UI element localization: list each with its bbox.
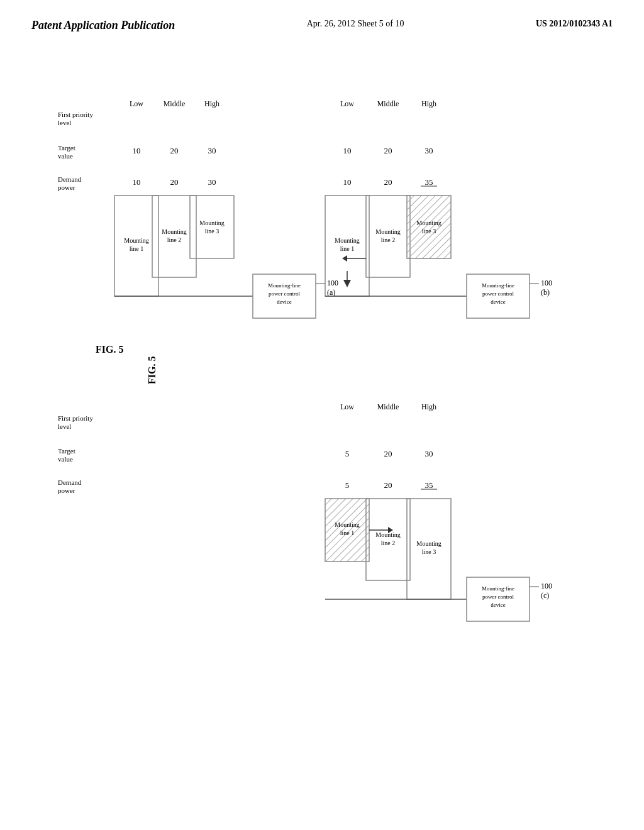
a-dp-mid: 20 [170,177,179,187]
page-header: Patent Application Publication Apr. 26, … [0,0,644,38]
b-col-high: High [421,99,436,108]
c-dp-mid: 20 [384,480,392,490]
c-device-label2: power control [482,594,514,600]
diagram-svg: FIG. 5 First priority level Target value… [39,51,605,774]
b-line3-label: Mounting [416,219,441,226]
b-device-label1: Mounting-line [482,282,514,289]
main-content: FIG. 5 First priority level Target value… [0,38,644,787]
b-label-b: (b) [541,288,550,297]
b-line2-label: Mounting [375,228,400,235]
b-device-label3: device [491,299,505,305]
fig5-diagram: FIG. 5 First priority level Target value… [39,51,605,774]
c-line1-label2: line 1 [340,529,355,536]
c-row-label-priority2: level [58,423,71,430]
c-arrow-tip [388,527,393,533]
patent-number: US 2012/0102343 A1 [536,19,613,29]
a-line3-box [190,196,234,258]
c-tv-mid: 20 [384,449,392,458]
c-line1-label: Mounting [335,521,359,528]
c-line1-box-hatched [325,499,369,562]
b-device-label2: power control [482,290,514,297]
b-line3-label2: line 3 [422,228,436,235]
c-dp-low: 5 [345,480,350,490]
a-device-num: 100 [327,279,338,287]
c-col-low: Low [340,402,354,411]
c-device-box [467,577,530,621]
a-line1-box [114,196,158,296]
a-col-low: Low [130,99,143,108]
a-dp-high: 30 [208,177,216,187]
b-tv-mid: 20 [384,146,392,155]
a-line1-label: Mounting [124,237,148,244]
row-label-demand: Demand [58,175,82,183]
a-dp-low: 10 [133,177,141,187]
c-row-label-target: Target [58,447,75,455]
a-col-high: High [204,99,219,108]
a-line3-label2: line 3 [205,228,219,235]
a-col-middle: Middle [164,99,186,108]
a-line2-label2: line 2 [167,236,182,243]
c-line3-box [407,499,451,599]
row-label-target2: value [58,152,73,160]
b-device-num: 100 [541,279,552,287]
c-row-label-demand2: power [58,487,75,494]
c-row-label-priority: First priority [58,414,93,422]
c-device-num: 100 [541,582,552,590]
a-tv-low: 10 [133,146,141,155]
c-label-c: (c) [541,591,549,600]
c-device-label1: Mounting-line [482,585,514,592]
b-line1-label: Mounting [335,237,359,244]
c-line2-label2: line 2 [381,540,396,546]
a-line3-label: Mounting [199,219,224,226]
publication-title: Patent Application Publication [31,19,175,32]
c-col-high: High [421,402,436,411]
row-label-target: Target [58,144,75,152]
b-line2-label2: line 2 [381,236,396,243]
b-line3-box-hatched [407,196,451,258]
a-tv-high: 30 [208,146,216,155]
a-line2-box [152,196,196,277]
c-line3-label2: line 3 [422,548,436,555]
b-device-box [467,274,530,318]
c-tv-high: 30 [425,449,433,458]
c-row-label-demand: Demand [58,479,82,486]
row-label-priority2: level [58,119,71,126]
c-line2-label: Mounting [375,531,400,538]
sheet-info: Apr. 26, 2012 Sheet 5 of 10 [307,19,404,29]
b-dp-low: 10 [343,177,352,187]
c-line2-box [366,499,410,580]
a-label-a: (a) [327,288,335,297]
fig5-label-vert: FIG. 5 [147,357,157,384]
c-row-label-target2: value [58,455,73,463]
b-arrow-tip [342,255,347,262]
c-device-label3: device [491,602,505,608]
c-line3-label: Mounting [416,540,441,547]
row-label-priority: First priority [58,111,93,118]
b-dp-high: 35 [425,177,433,187]
a-device-label1: Mounting-line [268,282,301,289]
a-line2-label: Mounting [162,228,186,235]
b-tv-high: 30 [425,146,433,155]
b-col-middle: Middle [377,99,399,108]
a-device-box [253,274,316,318]
row-label-demand2: power [58,184,75,191]
a-device-label3: device [277,299,291,305]
b-line1-label2: line 1 [340,245,355,252]
c-tv-low: 5 [345,449,350,458]
c-dp-high: 35 [425,480,433,490]
b-col-low: Low [340,99,354,108]
c-col-middle: Middle [377,402,399,411]
a-device-label2: power control [269,290,301,297]
fig-label: FIG. 5 [96,344,123,355]
b-line1-box [325,196,369,296]
b-dp-mid: 20 [384,177,392,187]
a-tv-mid: 20 [170,146,179,155]
a-line1-label2: line 1 [130,245,144,252]
b-line2-box [366,196,410,277]
b-tv-low: 10 [343,146,352,155]
